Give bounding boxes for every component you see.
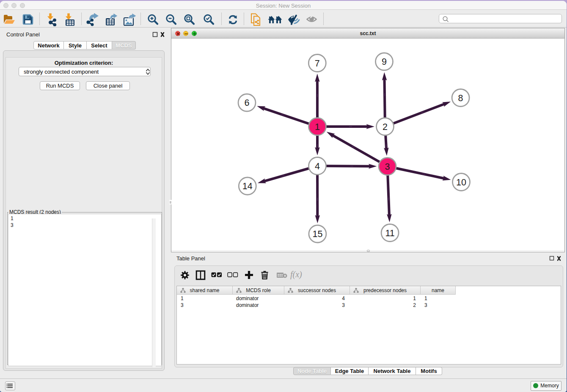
svg-text:1: 1 bbox=[315, 122, 320, 132]
svg-text:14: 14 bbox=[242, 181, 253, 191]
svg-text:6: 6 bbox=[245, 98, 250, 108]
svg-text:8: 8 bbox=[458, 93, 463, 103]
svg-text:3: 3 bbox=[385, 162, 390, 172]
svg-text:7: 7 bbox=[315, 58, 320, 69]
svg-text:2: 2 bbox=[383, 122, 388, 132]
svg-text:10: 10 bbox=[456, 177, 466, 188]
svg-text:11: 11 bbox=[385, 228, 394, 238]
svg-text:9: 9 bbox=[382, 57, 387, 67]
svg-text:4: 4 bbox=[315, 161, 320, 171]
svg-text:15: 15 bbox=[312, 229, 322, 239]
